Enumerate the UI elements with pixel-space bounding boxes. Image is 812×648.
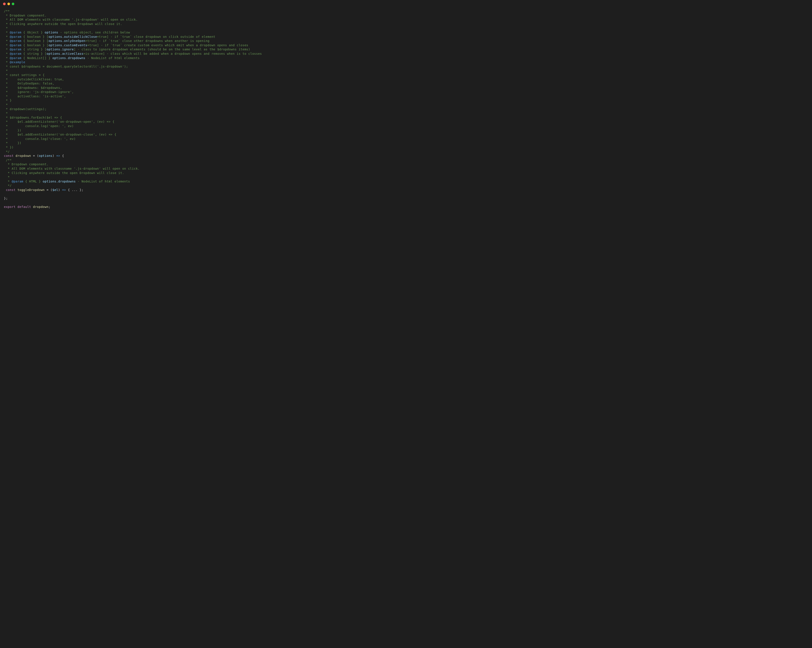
code-token: @param (10, 35, 21, 38)
code-token: * const $dropdowns = document.querySelec… (4, 65, 128, 68)
editor-window: /** * Dropdown component. * All DOM elem… (0, 0, 812, 648)
code-token: { string } [ (21, 47, 46, 51)
code-line: * @param { NodeList[] } options.dropdown… (4, 56, 808, 60)
code-token: const (6, 188, 16, 192)
code-line: * All DOM elements with classname '.js-d… (4, 18, 808, 22)
code-token: * (4, 69, 8, 72)
code-line: * activeClass: 'is-active', (4, 94, 808, 99)
code-token: * console.log('close: ', ev) (4, 137, 76, 140)
code-token: => (62, 188, 66, 192)
code-line: * Clicking anywhere outside the open Dro… (4, 22, 808, 26)
code-line: }; (4, 197, 808, 201)
code-line: * const $dropdowns = document.querySelec… (4, 64, 808, 69)
code-editor[interactable]: /** * Dropdown component. * All DOM elem… (0, 8, 812, 648)
code-token: toggleDropdown (18, 188, 45, 192)
code-line: * $dropdowns: $dropdowns, (4, 86, 808, 90)
code-token: * (4, 30, 10, 34)
code-token: }; (4, 197, 8, 200)
code-token: export (4, 205, 16, 209)
code-token: dropdown (16, 154, 31, 157)
code-line: * (4, 111, 808, 116)
code-token: { Object } (21, 30, 44, 34)
code-token: - NodeList of html elements (85, 56, 140, 60)
code-token: options.dropdowns (43, 180, 76, 183)
code-token: options.activeClass (46, 52, 83, 55)
code-token: ) (58, 188, 62, 192)
code-token: * outsideClickClose: true, (4, 78, 64, 81)
code-token: { boolean } [ (21, 39, 49, 43)
code-line: * OnlyOneOpen: false, (4, 81, 808, 86)
code-token: * $dropdowns.forEach($el => { (4, 116, 62, 119)
code-token: =true] - if `true` close other dropdowns… (85, 39, 209, 43)
code-token: * }) (4, 146, 14, 149)
code-token: * $el.addEventListener('on-dropdown-open… (4, 120, 114, 124)
code-token: default (18, 205, 31, 209)
zoom-icon[interactable] (12, 3, 14, 5)
minimize-icon[interactable] (8, 3, 10, 5)
code-line: * @example (4, 60, 808, 64)
code-token: */ (4, 150, 10, 153)
code-token: @param (12, 180, 23, 183)
code-token: /** (4, 159, 12, 162)
code-token: options (45, 30, 58, 34)
code-token: /** (4, 9, 10, 13)
code-token: @param (10, 56, 21, 60)
code-token: - options object, see children below (58, 30, 130, 34)
code-line: * @param { boolean } [options.customEven… (4, 43, 808, 47)
code-line: * Dropdown component. (4, 14, 808, 18)
code-token: * (4, 52, 10, 55)
code-line: export default dropdown; (4, 205, 808, 209)
code-token: * $el.addEventListener('on-dropdown-clos… (4, 133, 116, 136)
code-token: { ... }; (66, 188, 83, 192)
code-token: { (60, 154, 64, 157)
code-token: => (56, 154, 60, 157)
code-token: @param (10, 39, 21, 43)
code-token: * Dropdown component. (4, 163, 49, 166)
code-line (4, 192, 808, 197)
code-token: = ( (31, 154, 39, 157)
code-token: $el (52, 188, 58, 192)
code-token: options.outsideClickClose (49, 35, 97, 38)
close-icon[interactable] (3, 3, 6, 5)
code-token: @param (10, 30, 21, 34)
code-token: { boolean } [ (21, 43, 49, 47)
code-token: options.ignore (46, 47, 74, 51)
code-token: * All DOM elements with classname '.js-d… (4, 167, 140, 170)
code-token: { NodeList[] } (21, 56, 52, 60)
code-line: * (4, 103, 808, 107)
code-line: const toggleDropdown = ($el) => { ... }; (4, 188, 808, 192)
code-line: * $dropdowns.forEach($el => { (4, 116, 808, 120)
code-token (16, 205, 18, 209)
code-token: @param (10, 52, 21, 55)
code-token: * Clicking anywhere outside the open Dro… (4, 22, 122, 26)
code-token: * (4, 111, 8, 115)
code-token: * Dropdown component. (4, 14, 46, 17)
code-token: { boolean } [ (21, 35, 49, 38)
code-token (16, 188, 18, 192)
code-token (31, 205, 33, 209)
code-line: * outsideClickClose: true, (4, 77, 808, 82)
code-token: * console.log('open: ', ev) (4, 124, 74, 128)
code-token: * activeClass: 'is-active', (4, 95, 66, 98)
code-token: * dropdown(settings); (4, 107, 46, 111)
code-token: options.customEvents (49, 43, 87, 47)
code-line: * (4, 69, 808, 73)
code-token: = ( (45, 188, 53, 192)
code-token: { HTML } (23, 180, 43, 183)
code-line: * (4, 175, 808, 180)
code-token: options.onlyOneOpen (49, 39, 85, 43)
code-token: @example (10, 60, 25, 64)
code-token: * $dropdowns: $dropdowns, (4, 86, 62, 90)
code-token: * (4, 39, 10, 43)
code-line: /** (4, 158, 808, 163)
code-line: * Dropdown component. (4, 162, 808, 167)
code-token: * OnlyOneOpen: false, (4, 82, 54, 85)
code-line: * } (4, 98, 808, 103)
window-titlebar (0, 0, 812, 8)
code-token: * (4, 103, 8, 107)
code-line: * @param { HTML } options.dropdowns - No… (4, 180, 808, 184)
code-line: * $el.addEventListener('on-dropdown-clos… (4, 133, 808, 137)
code-token (4, 188, 6, 192)
code-line: * }) (4, 128, 808, 133)
code-token: ] - class to ignore dropdown elements (s… (74, 47, 250, 51)
